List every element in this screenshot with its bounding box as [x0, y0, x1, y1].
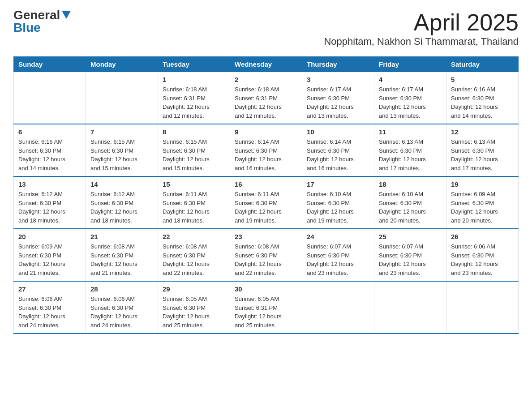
- day-number: 2: [235, 76, 297, 83]
- calendar-cell: 18Sunrise: 6:10 AM Sunset: 6:30 PM Dayli…: [374, 176, 446, 229]
- calendar-cell: 13Sunrise: 6:12 AM Sunset: 6:30 PM Dayli…: [14, 176, 86, 229]
- calendar-cell: 21Sunrise: 6:08 AM Sunset: 6:30 PM Dayli…: [86, 229, 158, 281]
- calendar-cell: 1Sunrise: 6:18 AM Sunset: 6:31 PM Daylig…: [158, 72, 230, 124]
- calendar-cell: 25Sunrise: 6:07 AM Sunset: 6:30 PM Dayli…: [374, 229, 446, 281]
- calendar-week-row: 13Sunrise: 6:12 AM Sunset: 6:30 PM Dayli…: [14, 176, 519, 229]
- day-info: Sunrise: 6:13 AM Sunset: 6:30 PM Dayligh…: [451, 137, 514, 172]
- calendar-cell: [86, 72, 158, 124]
- calendar-cell: 2Sunrise: 6:18 AM Sunset: 6:31 PM Daylig…: [230, 72, 302, 124]
- day-number: 18: [379, 180, 442, 188]
- day-info: Sunrise: 6:09 AM Sunset: 6:30 PM Dayligh…: [18, 242, 81, 277]
- calendar-cell: 9Sunrise: 6:14 AM Sunset: 6:30 PM Daylig…: [230, 124, 302, 176]
- day-number: 20: [18, 233, 81, 240]
- calendar-cell: 12Sunrise: 6:13 AM Sunset: 6:30 PM Dayli…: [446, 124, 519, 176]
- calendar-week-row: 27Sunrise: 6:06 AM Sunset: 6:30 PM Dayli…: [14, 281, 519, 334]
- calendar-cell: 27Sunrise: 6:06 AM Sunset: 6:30 PM Dayli…: [14, 281, 86, 334]
- calendar-cell: 6Sunrise: 6:16 AM Sunset: 6:30 PM Daylig…: [14, 124, 86, 176]
- day-info: Sunrise: 6:08 AM Sunset: 6:30 PM Dayligh…: [235, 242, 297, 277]
- calendar-header-row: SundayMondayTuesdayWednesdayThursdayFrid…: [14, 57, 519, 72]
- calendar-cell: 4Sunrise: 6:17 AM Sunset: 6:30 PM Daylig…: [374, 72, 446, 124]
- day-number: 10: [307, 128, 369, 136]
- calendar-cell: 7Sunrise: 6:15 AM Sunset: 6:30 PM Daylig…: [86, 124, 158, 176]
- calendar-cell: 19Sunrise: 6:09 AM Sunset: 6:30 PM Dayli…: [446, 176, 519, 229]
- day-number: 8: [163, 128, 225, 136]
- calendar-cell: [374, 281, 446, 334]
- calendar-cell: 5Sunrise: 6:16 AM Sunset: 6:30 PM Daylig…: [446, 72, 519, 124]
- day-number: 5: [451, 76, 514, 83]
- calendar-cell: 14Sunrise: 6:12 AM Sunset: 6:30 PM Dayli…: [86, 176, 158, 229]
- calendar-cell: 28Sunrise: 6:06 AM Sunset: 6:30 PM Dayli…: [86, 281, 158, 334]
- calendar-cell: 16Sunrise: 6:11 AM Sunset: 6:30 PM Dayli…: [230, 176, 302, 229]
- calendar-cell: [446, 281, 519, 334]
- day-number: 25: [379, 233, 442, 240]
- header-tuesday: Tuesday: [158, 57, 230, 72]
- title-block: April 2025 Nopphitam, Nakhon Si Thammara…: [324, 9, 519, 54]
- day-number: 24: [307, 233, 369, 240]
- day-info: Sunrise: 6:09 AM Sunset: 6:30 PM Dayligh…: [451, 190, 514, 225]
- calendar-table: SundayMondayTuesdayWednesdayThursdayFrid…: [13, 56, 519, 334]
- calendar-cell: 22Sunrise: 6:08 AM Sunset: 6:30 PM Dayli…: [158, 229, 230, 281]
- calendar-week-row: 1Sunrise: 6:18 AM Sunset: 6:31 PM Daylig…: [14, 72, 519, 124]
- calendar-cell: 10Sunrise: 6:14 AM Sunset: 6:30 PM Dayli…: [302, 124, 374, 176]
- day-info: Sunrise: 6:06 AM Sunset: 6:30 PM Dayligh…: [18, 295, 81, 330]
- day-number: 11: [379, 128, 442, 136]
- calendar-cell: 26Sunrise: 6:06 AM Sunset: 6:30 PM Dayli…: [446, 229, 519, 281]
- logo-blue-text: Blue: [13, 21, 41, 34]
- day-info: Sunrise: 6:11 AM Sunset: 6:30 PM Dayligh…: [235, 190, 297, 225]
- calendar-cell: 29Sunrise: 6:05 AM Sunset: 6:30 PM Dayli…: [158, 281, 230, 334]
- day-number: 6: [18, 128, 81, 136]
- day-number: 14: [90, 180, 153, 188]
- header-monday: Monday: [86, 57, 158, 72]
- day-number: 19: [451, 180, 514, 188]
- header-friday: Friday: [374, 57, 446, 72]
- day-info: Sunrise: 6:12 AM Sunset: 6:30 PM Dayligh…: [18, 190, 81, 225]
- day-info: Sunrise: 6:10 AM Sunset: 6:30 PM Dayligh…: [379, 190, 442, 225]
- calendar-week-row: 6Sunrise: 6:16 AM Sunset: 6:30 PM Daylig…: [14, 124, 519, 176]
- day-info: Sunrise: 6:16 AM Sunset: 6:30 PM Dayligh…: [451, 85, 514, 120]
- day-number: 17: [307, 180, 369, 188]
- day-info: Sunrise: 6:14 AM Sunset: 6:30 PM Dayligh…: [235, 137, 297, 172]
- day-info: Sunrise: 6:12 AM Sunset: 6:30 PM Dayligh…: [90, 190, 153, 225]
- calendar-cell: [14, 72, 86, 124]
- day-number: 23: [235, 233, 297, 240]
- calendar-cell: 23Sunrise: 6:08 AM Sunset: 6:30 PM Dayli…: [230, 229, 302, 281]
- day-info: Sunrise: 6:17 AM Sunset: 6:30 PM Dayligh…: [379, 85, 442, 120]
- day-info: Sunrise: 6:18 AM Sunset: 6:31 PM Dayligh…: [235, 85, 297, 120]
- day-info: Sunrise: 6:06 AM Sunset: 6:30 PM Dayligh…: [451, 242, 514, 277]
- calendar-cell: 3Sunrise: 6:17 AM Sunset: 6:30 PM Daylig…: [302, 72, 374, 124]
- day-info: Sunrise: 6:15 AM Sunset: 6:30 PM Dayligh…: [90, 137, 153, 172]
- day-info: Sunrise: 6:07 AM Sunset: 6:30 PM Dayligh…: [307, 242, 369, 277]
- day-info: Sunrise: 6:14 AM Sunset: 6:30 PM Dayligh…: [307, 137, 369, 172]
- page-header: General Blue April 2025 Nopphitam, Nakho…: [13, 9, 519, 54]
- day-number: 28: [90, 285, 153, 293]
- logo: General Blue: [13, 9, 71, 34]
- day-number: 16: [235, 180, 297, 188]
- day-number: 30: [235, 285, 297, 293]
- logo-triangle-icon: [62, 11, 71, 19]
- header-sunday: Sunday: [14, 57, 86, 72]
- day-info: Sunrise: 6:10 AM Sunset: 6:30 PM Dayligh…: [307, 190, 369, 225]
- month-title: April 2025: [324, 9, 519, 36]
- day-number: 9: [235, 128, 297, 136]
- day-number: 27: [18, 285, 81, 293]
- calendar-cell: 20Sunrise: 6:09 AM Sunset: 6:30 PM Dayli…: [14, 229, 86, 281]
- day-info: Sunrise: 6:08 AM Sunset: 6:30 PM Dayligh…: [163, 242, 225, 277]
- calendar-week-row: 20Sunrise: 6:09 AM Sunset: 6:30 PM Dayli…: [14, 229, 519, 281]
- day-info: Sunrise: 6:05 AM Sunset: 6:30 PM Dayligh…: [163, 295, 225, 330]
- day-info: Sunrise: 6:13 AM Sunset: 6:30 PM Dayligh…: [379, 137, 442, 172]
- day-number: 1: [163, 76, 225, 83]
- day-number: 29: [163, 285, 225, 293]
- header-wednesday: Wednesday: [230, 57, 302, 72]
- calendar-cell: 24Sunrise: 6:07 AM Sunset: 6:30 PM Dayli…: [302, 229, 374, 281]
- header-thursday: Thursday: [302, 57, 374, 72]
- day-info: Sunrise: 6:07 AM Sunset: 6:30 PM Dayligh…: [379, 242, 442, 277]
- day-info: Sunrise: 6:05 AM Sunset: 6:31 PM Dayligh…: [235, 295, 297, 330]
- day-info: Sunrise: 6:06 AM Sunset: 6:30 PM Dayligh…: [90, 295, 153, 330]
- day-number: 12: [451, 128, 514, 136]
- day-number: 26: [451, 233, 514, 240]
- header-saturday: Saturday: [446, 57, 519, 72]
- calendar-cell: 15Sunrise: 6:11 AM Sunset: 6:30 PM Dayli…: [158, 176, 230, 229]
- day-info: Sunrise: 6:17 AM Sunset: 6:30 PM Dayligh…: [307, 85, 369, 120]
- logo-general-text: General: [13, 9, 60, 21]
- calendar-cell: 17Sunrise: 6:10 AM Sunset: 6:30 PM Dayli…: [302, 176, 374, 229]
